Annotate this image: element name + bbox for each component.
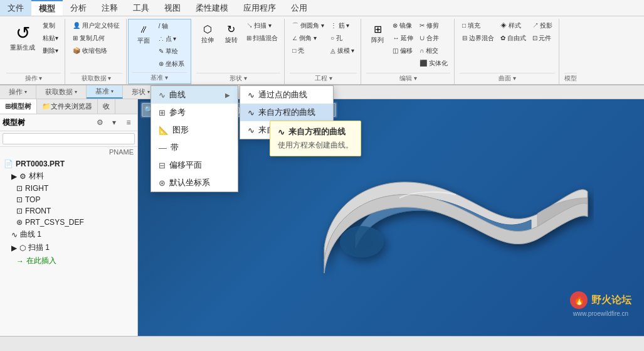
rib-button[interactable]: ⋮ 筋 ▾ [328,20,357,31]
ribbon-group-getdata: 👤 用户定义特征 ⊞ 复制几何 📦 收缩包络 获取数据 ▾ [66,19,127,84]
tab-model-tree[interactable]: ⊞ 模型树 [0,99,37,114]
ribbon-group-surface: □ 填充 ⊟ 边界混合 ◈ 样式 ✿ 自由式 ↗ 投影 ⊡ 元件 曲面 ▾ [456,19,559,84]
point-button[interactable]: ∴ 点 ▾ [156,33,187,45]
watermark-title: 野火论坛 [591,294,631,307]
tab-datum[interactable]: 基准 ▾ [87,85,123,99]
edit-label: 编辑 ▾ [366,73,450,83]
freestyle-button[interactable]: ✿ 自由式 [498,33,529,44]
menu-public[interactable]: 公用 [283,0,315,16]
pattern-button[interactable]: ⊞ 阵列 [366,20,389,72]
hole-button[interactable]: ○ 孔 [328,33,357,44]
round-button[interactable]: ⌒ 倒圆角 ▾ [290,20,327,31]
watermark: 🔥 野火论坛 www.proewildfire.cn [570,291,631,317]
plane-button[interactable]: ⫽ 平面 [132,21,155,71]
default-csys-icon: ⊛ [159,178,166,188]
submenu-item-through-points[interactable]: ∿ 通过点的曲线 [240,86,333,104]
sketch-button[interactable]: ✎ 草绘 [156,46,187,57]
tooltip-title-text: 来自方程的曲线 [288,126,346,138]
ribbon: ↺ 重新生成 复制 粘贴▾ 删除▾ 操作 ▾ 👤 用户定义特征 ⊞ 复制几何 📦… [0,16,644,85]
menu-analysis[interactable]: 分析 [63,0,94,16]
shell-button[interactable]: □ 壳 [290,45,327,57]
tree-item-sweep1[interactable]: ▶ ⬡ 扫描 1 [1,241,136,254]
ribbon-group-shape: ⬡ 拉伸 ↻ 旋转 ↘ 扫描 ▾ ⊞ 扫描混合 形状 ▾ [193,19,285,84]
sweep-button[interactable]: ↘ 扫描 ▾ [244,20,281,31]
csys-button[interactable]: ⊛ 坐标系 [156,58,187,70]
tree-filter-button[interactable]: ▾ [108,116,120,129]
boundary-blend-button[interactable]: ⊟ 边界混合 [460,33,497,44]
sweep-tree-icon: ⬡ [19,244,26,252]
pname-label: PNAME [0,147,137,157]
dropdown-item-ref[interactable]: ⊞ 参考 [151,104,238,121]
dropdown-item-curve[interactable]: ∿ 曲线 ▶ [151,86,238,104]
tree-item-csys[interactable]: ⊛ PRT_CSYS_DEF [1,217,136,228]
extend-button[interactable]: ↔ 延伸 [390,33,416,44]
menu-tools[interactable]: 工具 [125,0,157,16]
dropdown-overlay: ∿ 曲线 ▶ ⊞ 参考 📐 图形 — 带 ⊟ 偏移平面 ⊛ 默认坐标系 [150,85,238,192]
shrinkwrap-button[interactable]: 📦 收缩包络 [70,45,122,57]
draft-button[interactable]: ◬ 拔模 ▾ [328,45,357,57]
material-expand-icon: ▶ [11,172,17,181]
tree-item-insert-here[interactable]: → 在此插入 [1,254,136,267]
paste-button[interactable]: 粘贴▾ [40,33,61,44]
revolve-button[interactable]: ↻ 旋转 [220,20,243,72]
tree-item-right[interactable]: ⊡ RIGHT [1,183,136,194]
intersect-button[interactable]: ∩ 相交 [417,45,450,57]
axis-button[interactable]: / 轴 [156,21,187,32]
tree-settings-button[interactable]: ⚙ [93,116,106,129]
regenerate-button[interactable]: ↺ 重新生成 [6,20,39,72]
tooltip-title-area: ∿ 来自方程的曲线 [278,126,353,138]
extrude-button[interactable]: ⬡ 拉伸 [196,20,219,72]
sidebar-search-area [0,131,137,147]
insert-icon: → [16,257,24,266]
offset-button[interactable]: ◫ 偏移 [390,45,416,57]
tree-expand-button[interactable]: ≡ [122,116,135,129]
menu-view[interactable]: 视图 [157,0,188,16]
menu-flexible[interactable]: 柔性建模 [188,0,236,16]
menu-file[interactable]: 文件 [0,0,31,16]
tree-item-prt[interactable]: 📄 PRT0003.PRT [1,158,136,170]
tab-operations[interactable]: 操作 ▾ [0,85,36,99]
blend-button[interactable]: ⊞ 扫描混合 [244,33,281,44]
through-points-icon: ∿ [248,90,255,100]
plane-icon: ⫽ [136,22,151,37]
prt-icon: 📄 [4,159,13,168]
trim-button[interactable]: ✂ 修剪 [417,20,450,31]
tree-item-curve1[interactable]: ∿ 曲线 1 [1,228,136,241]
tree-item-top[interactable]: ⊡ TOP [1,194,136,205]
project-button[interactable]: ↗ 投影 [530,20,556,31]
dropdown-item-default-csys[interactable]: ⊛ 默认坐标系 [151,174,238,192]
delete-button[interactable]: 删除▾ [40,45,61,57]
menu-annotation[interactable]: 注释 [94,0,125,16]
tree-title: 模型树 [3,117,92,128]
sidebar-tabs: ⊞ 模型树 📁 文件夹浏览器 收 [0,99,137,114]
tab-collapse[interactable]: 收 [98,99,115,114]
tab-folder-browser[interactable]: 📁 文件夹浏览器 [37,99,98,114]
search-input[interactable] [3,133,135,144]
menu-applications[interactable]: 应用程序 [236,0,283,16]
dropdown-item-offset-plane[interactable]: ⊟ 偏移平面 [151,156,238,174]
merge-button[interactable]: ∪ 合并 [417,33,450,44]
from-equation-icon: ∿ [248,108,255,117]
fill-button[interactable]: □ 填充 [460,20,497,31]
dropdown-item-band[interactable]: — 带 [151,139,238,156]
tree-item-material[interactable]: ▶ ⚙ 材料 [1,170,136,183]
copy-geometry-button[interactable]: ⊞ 复制几何 [70,33,122,44]
operations-label: 操作 ▾ [6,73,61,83]
front-plane-icon: ⊡ [16,207,23,215]
tab-getdata[interactable]: 获取数据 ▾ [36,85,87,99]
regenerate-icon: ↺ [16,23,30,43]
mirror-button[interactable]: ⊗ 镜像 [390,20,416,31]
chamfer-button[interactable]: ∠ 倒角 ▾ [290,33,327,44]
submenu-item-from-equation[interactable]: ∿ 来自方程的曲线 [240,104,333,121]
copy-button[interactable]: 复制 [40,20,61,31]
component-button[interactable]: ⊡ 元件 [530,33,556,44]
solidify-button[interactable]: ⬛ 实体化 [417,58,450,69]
style-button[interactable]: ◈ 样式 [498,20,529,31]
datum-dropdown-menu: ∿ 曲线 ▶ ⊞ 参考 📐 图形 — 带 ⊟ 偏移平面 ⊛ 默认坐标系 [150,85,238,192]
dropdown-item-graph[interactable]: 📐 图形 [151,121,238,139]
user-feature-button[interactable]: 👤 用户定义特征 [70,20,122,31]
menu-model[interactable]: 模型 [31,0,63,16]
curve-menu-icon: ∿ [159,90,166,100]
tree-item-front[interactable]: ⊡ FRONT [1,205,136,217]
offset-plane-icon: ⊟ [159,161,166,170]
